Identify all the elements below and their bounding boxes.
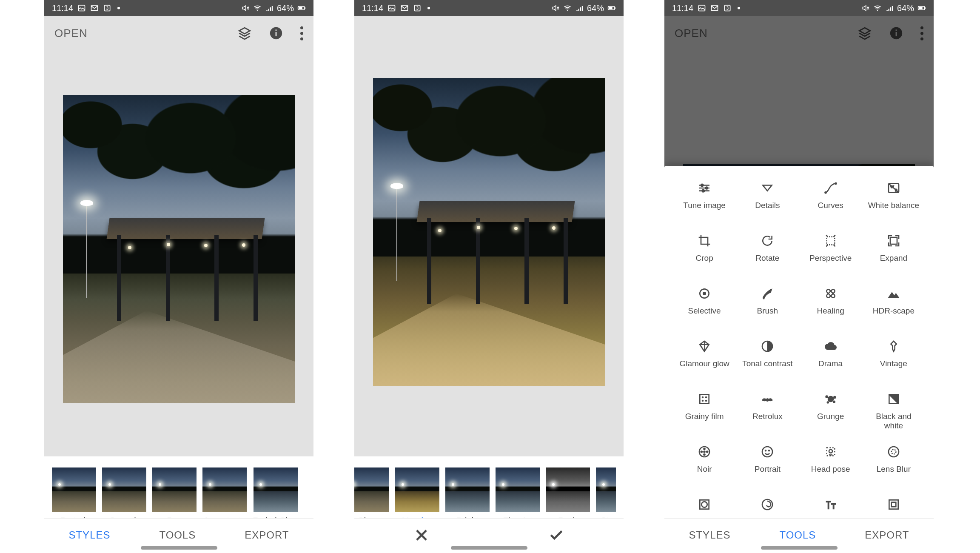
image-canvas[interactable] [44, 50, 313, 456]
swirl-icon [760, 497, 775, 512]
splat-icon [823, 391, 838, 407]
status-battery: 64% [587, 3, 604, 13]
cancel-button[interactable] [413, 527, 430, 543]
filter-thumbnail [395, 467, 439, 512]
filter-thumbnail [496, 467, 540, 512]
tool-perspective[interactable]: Perspective [799, 233, 862, 285]
tool-label: Lens Blur [877, 465, 911, 474]
info-icon[interactable] [269, 26, 283, 40]
filter-thumb-faded-glow[interactable]: Faded Glow [253, 467, 299, 526]
tool-healing[interactable]: Healing [799, 286, 862, 338]
tool-tonal-contrast[interactable]: Tonal contrast [736, 339, 799, 391]
filter-thumbnail [52, 467, 96, 512]
pin-icon [886, 339, 901, 354]
tool-label: Healing [817, 306, 844, 316]
tool-label: Tonal contrast [742, 359, 792, 368]
layers-icon [858, 26, 872, 40]
filter-thumb-smooth[interactable]: Smooth [102, 467, 146, 526]
wb-icon [886, 180, 901, 196]
tab-export[interactable]: EXPORT [865, 529, 909, 541]
filter-thumb-fine-art[interactable]: Fine Art [496, 467, 540, 526]
screen-filter-preview: 11:14 64% GlowMorn [354, 0, 624, 551]
filter-thumb-portrait[interactable]: Portrait [52, 467, 96, 526]
battery-icon [917, 4, 926, 12]
confirm-button[interactable] [548, 527, 564, 543]
tool-selective[interactable]: Selective [673, 286, 736, 338]
android-nav-pill[interactable] [451, 546, 527, 550]
filter-thumbnail [254, 467, 298, 512]
tool-lens-blur[interactable]: Lens Blur [862, 444, 925, 496]
android-nav-pill[interactable] [761, 546, 838, 550]
tool-retrolux[interactable]: Retrolux [736, 391, 799, 443]
tool-frame-icon[interactable] [862, 497, 925, 518]
tool-white-balance[interactable]: White balance [862, 180, 925, 232]
tool-label: Head pose [811, 465, 850, 474]
filter-thumb-glow[interactable]: Glow [354, 467, 389, 526]
tool-label: HDR-scape [873, 306, 914, 316]
tool-head-pose[interactable]: Head pose [799, 444, 862, 496]
tool-portrait[interactable]: Portrait [736, 444, 799, 496]
edited-photo [63, 95, 295, 403]
tool-label: Rotate [755, 254, 779, 263]
more-icon[interactable] [300, 26, 303, 40]
image-canvas[interactable] [354, 50, 624, 456]
layers-icon[interactable] [237, 26, 252, 40]
android-nav-pill[interactable] [141, 546, 217, 550]
tool-label: Grunge [817, 412, 844, 421]
filter-thumb-accentuate[interactable]: Accentuate [202, 467, 247, 526]
bandage-icon [823, 286, 838, 301]
tool-label: Details [755, 201, 780, 210]
tool-vintage[interactable]: Vintage [862, 339, 925, 391]
tab-styles[interactable]: STYLES [68, 529, 110, 541]
curve-icon [823, 180, 838, 196]
tab-export[interactable]: EXPORT [245, 529, 289, 541]
wifi-icon [873, 4, 882, 12]
filter-thumb-bright[interactable]: Bright [445, 467, 490, 526]
tool-crop[interactable]: Crop [673, 233, 736, 285]
tool-grainy-film[interactable]: Grainy film [673, 391, 736, 443]
open-button[interactable]: OPEN [54, 27, 88, 40]
tool-noir[interactable]: Noir [673, 444, 736, 496]
tool-vignette-icon[interactable] [673, 497, 736, 518]
filter-thumb-push[interactable]: Push [546, 467, 590, 526]
caret-down-icon [760, 180, 775, 196]
tool-label: Brush [757, 306, 778, 316]
tool-text-icon[interactable] [799, 497, 862, 518]
image-icon [387, 4, 396, 12]
tool-grunge[interactable]: Grunge [799, 391, 862, 443]
tool-drama[interactable]: Drama [799, 339, 862, 391]
tool-label: Portrait [755, 465, 781, 474]
filter-thumbnail [102, 467, 146, 512]
tab-tools[interactable]: TOOLS [159, 529, 196, 541]
tool-glamour-glow[interactable]: Glamour glow [673, 339, 736, 391]
filter-thumb-morning[interactable]: Morning [395, 467, 439, 526]
tab-tools[interactable]: TOOLS [779, 529, 816, 541]
more-notifications-dot [427, 7, 430, 9]
sliders-icon [697, 180, 712, 196]
signal-icon [575, 4, 584, 12]
filter-thumbnail [445, 467, 490, 512]
app-header: OPEN [44, 16, 313, 50]
tool-hdr-scape[interactable]: HDR-scape [862, 286, 925, 338]
tool-curves[interactable]: Curves [799, 180, 862, 232]
tab-styles[interactable]: STYLES [689, 529, 730, 541]
tool-tune-image[interactable]: Tune image [673, 180, 736, 232]
filter-thumb-pop[interactable]: Pop [152, 467, 197, 526]
status-bar: 11:14 64% [664, 0, 934, 16]
tool-details[interactable]: Details [736, 180, 799, 232]
tool-swirl-icon[interactable] [736, 497, 799, 518]
tool-label: Perspective [809, 254, 852, 263]
face-icon [760, 444, 775, 459]
tool-label: Expand [880, 254, 907, 263]
tool-brush[interactable]: Brush [736, 286, 799, 338]
filter-thumb-structure[interactable]: Structure [596, 467, 616, 526]
lensblur-icon [886, 444, 901, 459]
more-notifications-dot [738, 7, 740, 9]
filter-thumbnail [546, 467, 590, 512]
perspective-icon [823, 233, 838, 248]
tools-sheet: Tune imageDetailsCurvesWhite balanceCrop… [664, 166, 934, 551]
tool-black-and-white[interactable]: Black and white [862, 391, 925, 443]
tool-expand[interactable]: Expand [862, 233, 925, 285]
filter-thumbnail [152, 467, 197, 512]
tool-rotate[interactable]: Rotate [736, 233, 799, 285]
